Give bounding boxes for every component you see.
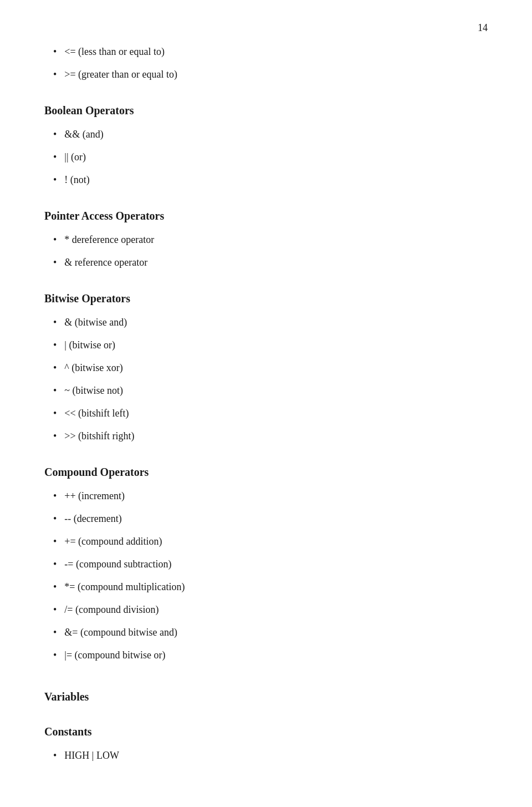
- variables-section: Variables: [44, 691, 488, 703]
- pointer-access-operators-list: * dereference operator & reference opera…: [44, 232, 488, 270]
- page-number: 14: [478, 22, 488, 34]
- list-item: || (or): [44, 150, 488, 165]
- list-item: ! (not): [44, 172, 488, 187]
- list-item: >> (bitshift right): [44, 429, 488, 444]
- list-item: * dereference operator: [44, 232, 488, 247]
- comparison-continued-list: <= (less than or equal to) >= (greater t…: [44, 44, 488, 82]
- bitwise-operators-list: & (bitwise and) | (bitwise or) ^ (bitwis…: [44, 315, 488, 444]
- list-item: &= (compound bitwise and): [44, 625, 488, 640]
- page-container: 14 <= (less than or equal to) >= (greate…: [0, 0, 532, 807]
- list-item: ~ (bitwise not): [44, 383, 488, 398]
- boolean-operators-list: && (and) || (or) ! (not): [44, 127, 488, 187]
- list-item: | (bitwise or): [44, 338, 488, 353]
- list-item: <= (less than or equal to): [44, 44, 488, 59]
- list-item: >= (greater than or equal to): [44, 67, 488, 82]
- constants-section: Constants HIGH | LOW: [44, 725, 488, 763]
- list-item: /= (compound division): [44, 602, 488, 617]
- list-item: -- (decrement): [44, 511, 488, 526]
- list-item: ++ (increment): [44, 489, 488, 504]
- list-item: += (compound addition): [44, 534, 488, 549]
- constants-heading: Constants: [44, 725, 488, 738]
- list-item: ^ (bitwise xor): [44, 361, 488, 375]
- list-item: & reference operator: [44, 255, 488, 270]
- bitwise-operators-heading: Bitwise Operators: [44, 292, 488, 305]
- compound-operators-heading: Compound Operators: [44, 466, 488, 479]
- constants-list: HIGH | LOW: [44, 748, 488, 763]
- list-item: & (bitwise and): [44, 315, 488, 330]
- compound-operators-list: ++ (increment) -- (decrement) += (compou…: [44, 489, 488, 663]
- list-item: && (and): [44, 127, 488, 142]
- list-item: << (bitshift left): [44, 406, 488, 421]
- variables-heading: Variables: [44, 691, 488, 703]
- list-item: HIGH | LOW: [44, 748, 488, 763]
- list-item: -= (compound subtraction): [44, 557, 488, 572]
- pointer-access-operators-heading: Pointer Access Operators: [44, 210, 488, 222]
- list-item: *= (compound multiplication): [44, 580, 488, 595]
- list-item: |= (compound bitwise or): [44, 648, 488, 663]
- boolean-operators-heading: Boolean Operators: [44, 104, 488, 117]
